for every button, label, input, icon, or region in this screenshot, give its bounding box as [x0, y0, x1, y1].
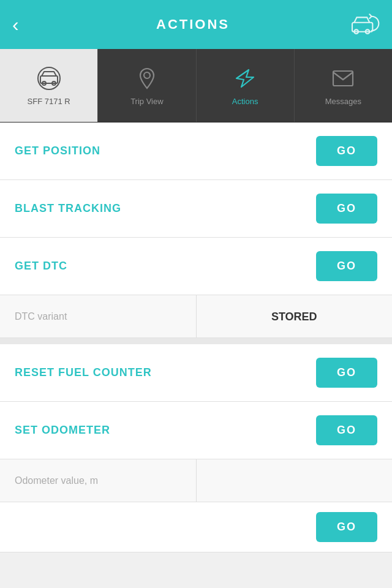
get-dtc-go-button[interactable]: GO [316, 251, 377, 281]
page-title: ACTIONS [43, 17, 343, 32]
tab-vehicle[interactable]: SFF 7171 R [0, 49, 98, 122]
svg-point-7 [144, 72, 150, 78]
get-position-row: GET POSITION GO [0, 123, 392, 180]
blast-tracking-row: BLAST TRACKING GO [0, 180, 392, 238]
tab-trip-view[interactable]: Trip View [98, 49, 196, 122]
back-button[interactable]: ‹ [12, 13, 43, 36]
dtc-variant-label: DTC variant [0, 295, 197, 337]
set-odometer-row: SET ODOMETER GO [0, 402, 392, 459]
tab-messages[interactable]: Messages [295, 49, 392, 122]
tab-trip-view-label: Trip View [130, 97, 163, 106]
reset-fuel-go-button[interactable]: GO [316, 358, 377, 388]
svg-point-3 [38, 67, 60, 89]
dtc-variant-select[interactable]: STORED PENDING PERMANENT [211, 311, 378, 323]
dtc-variant-value-cell[interactable]: STORED PENDING PERMANENT [197, 295, 393, 337]
main-content: GET POSITION GO BLAST TRACKING GO GET DT… [0, 123, 392, 552]
reset-fuel-row: RESET FUEL COUNTER GO [0, 344, 392, 402]
section-separator [0, 338, 392, 344]
reset-fuel-label: RESET FUEL COUNTER [15, 366, 152, 379]
set-odometer-label: SET ODOMETER [15, 424, 110, 437]
blast-tracking-go-button[interactable]: GO [316, 194, 377, 224]
odometer-input[interactable] [211, 475, 378, 486]
get-dtc-row: GET DTC GO [0, 238, 392, 295]
tab-actions[interactable]: Actions [197, 49, 295, 122]
dtc-variant-row: DTC variant STORED PENDING PERMANENT [0, 295, 392, 338]
car-refresh-icon [343, 9, 380, 40]
odometer-input-cell[interactable] [197, 459, 393, 502]
tab-actions-label: Actions [232, 97, 258, 106]
odometer-value-row: Odometer value, m [0, 459, 392, 502]
get-dtc-label: GET DTC [15, 260, 67, 273]
tab-messages-label: Messages [325, 97, 361, 106]
set-odometer-go-button[interactable]: GO [316, 415, 377, 445]
odometer-go-button[interactable]: GO [316, 512, 377, 542]
svg-rect-8 [333, 71, 353, 86]
get-position-go-button[interactable]: GO [316, 136, 377, 166]
get-position-label: GET POSITION [15, 145, 100, 157]
app-header: ‹ ACTIONS [0, 0, 392, 49]
odometer-label: Odometer value, m [0, 459, 197, 502]
blast-tracking-label: BLAST TRACKING [15, 202, 121, 215]
bottom-go-row: GO [0, 502, 392, 552]
tab-bar: SFF 7171 R Trip View Actions Messages [0, 49, 392, 123]
tab-vehicle-label: SFF 7171 R [28, 97, 70, 106]
